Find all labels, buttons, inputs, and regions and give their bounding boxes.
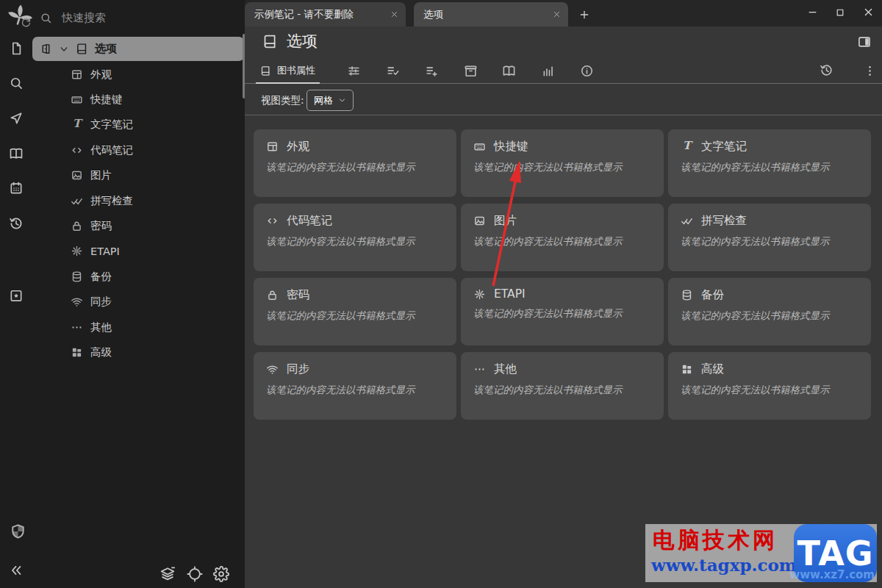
close-button[interactable] — [854, 0, 882, 24]
card-subtitle: 该笔记的内容无法以书籍格式显示 — [266, 161, 444, 174]
basic-properties-icon[interactable] — [347, 64, 361, 78]
view-type-select[interactable]: 网格 — [306, 90, 354, 111]
tab-options[interactable]: 选项 — [414, 2, 568, 26]
card-title: 拼写检查 — [701, 213, 747, 229]
card-title: 外观 — [287, 139, 309, 154]
tree-item-label: 同步 — [90, 295, 112, 309]
card-subtitle: 该笔记的内容无法以书籍格式显示 — [681, 235, 858, 248]
tree-item-images[interactable]: 图片 — [0, 163, 245, 188]
shield-icon[interactable] — [10, 523, 26, 540]
inherited-attributes-icon[interactable] — [425, 64, 439, 78]
card-etapi[interactable]: ETAPI该笔记的内容无法以书籍格式显示 — [461, 278, 664, 345]
ellipsis-icon — [71, 321, 83, 334]
card-sync[interactable]: 同步该笔记的内容无法以书籍格式显示 — [254, 352, 456, 420]
tab-title: 选项 — [423, 8, 553, 21]
tree-item-label: 代码笔记 — [90, 143, 133, 157]
card-title: 代码笔记 — [287, 213, 332, 229]
tree-item-password[interactable]: 密码 — [0, 213, 245, 238]
hoisted-note-title: 选项 — [95, 42, 117, 56]
grid-icon — [681, 363, 693, 376]
card-title: 同步 — [287, 362, 309, 377]
view-bar: 视图类型: 网格 — [245, 84, 882, 115]
target-icon[interactable] — [187, 566, 203, 582]
image-icon — [71, 169, 83, 182]
tab-book-properties[interactable]: 图书属性 — [256, 59, 320, 84]
tree-item-etapi[interactable]: ETAPI — [0, 239, 245, 264]
quick-search — [40, 7, 235, 28]
chevron-down-icon — [338, 96, 346, 104]
sync-status-icon[interactable] — [20, 17, 32, 29]
note-map-icon[interactable] — [502, 64, 516, 78]
gear-icon[interactable] — [213, 566, 229, 582]
card-text-notes[interactable]: T文字笔记该笔记的内容无法以书籍格式显示 — [668, 129, 871, 197]
card-images[interactable]: 图片该笔记的内容无法以书籍格式显示 — [461, 204, 664, 271]
new-tab-icon[interactable] — [578, 9, 590, 21]
database-icon — [71, 270, 83, 283]
tab-sample-notes[interactable]: 示例笔记 - 请不要删除 — [245, 2, 406, 26]
card-code-notes[interactable]: 代码笔记该笔记的内容无法以书籍格式显示 — [254, 204, 456, 271]
close-icon[interactable] — [553, 10, 561, 18]
owned-attributes-icon[interactable] — [386, 64, 400, 78]
tree-item-label: 文字笔记 — [90, 118, 133, 132]
card-subtitle: 该笔记的内容无法以书籍格式显示 — [473, 307, 651, 320]
lock-icon — [266, 289, 279, 301]
tree-item-text-notes[interactable]: T文字笔记 — [0, 112, 245, 137]
card-spellcheck[interactable]: 拼写检查该笔记的内容无法以书籍格式显示 — [668, 204, 871, 271]
tree-item-backup[interactable]: 备份 — [0, 264, 245, 289]
card-subtitle: 该笔记的内容无法以书籍格式显示 — [266, 235, 444, 248]
layers-icon[interactable] — [159, 566, 176, 582]
note-paths-icon[interactable] — [464, 64, 478, 78]
card-advanced[interactable]: 高级该笔记的内容无法以书籍格式显示 — [668, 352, 871, 420]
tree-item-appearance[interactable]: 外观 — [0, 62, 245, 87]
sparkle-icon — [71, 245, 83, 257]
new-note-icon[interactable] — [9, 41, 24, 56]
history-icon[interactable] — [820, 63, 833, 77]
tree-item-label: 快捷键 — [90, 93, 123, 107]
similar-notes-icon[interactable] — [541, 64, 555, 78]
watermark-ghost-url: www.xz7.com — [789, 568, 875, 581]
watermark-site-name: 电脑技术网 — [653, 526, 778, 556]
database-icon — [681, 289, 693, 301]
watermark: 电脑技术网 www.tagxp.com TAG www.xz7.com — [645, 524, 877, 582]
card-backup[interactable]: 备份该笔记的内容无法以书籍格式显示 — [668, 278, 871, 345]
hoisted-note-row[interactable]: 选项 — [32, 37, 244, 61]
italic-t-icon: T — [681, 140, 693, 153]
quick-search-input[interactable] — [60, 10, 210, 25]
note-title[interactable]: 选项 — [287, 31, 318, 51]
note-tree: 外观 快捷键 T文字笔记 代码笔记 图片 拼写检查 密码 ETAPI 备份 同步… — [0, 62, 245, 365]
card-password[interactable]: 密码该笔记的内容无法以书籍格式显示 — [254, 278, 456, 345]
tree-item-other[interactable]: 其他 — [0, 315, 245, 340]
right-pane-toggle-icon[interactable] — [857, 35, 872, 49]
lock-icon — [71, 220, 83, 232]
card-appearance[interactable]: 外观该笔记的内容无法以书籍格式显示 — [254, 129, 456, 197]
tree-item-shortcuts[interactable]: 快捷键 — [0, 87, 245, 112]
kebab-menu-icon[interactable] — [863, 64, 877, 78]
ribbon-tab-label: 图书属性 — [277, 64, 315, 77]
maximize-button[interactable] — [826, 0, 854, 24]
minimize-button[interactable] — [798, 0, 826, 24]
tab-bar: 示例笔记 - 请不要删除 选项 — [245, 0, 882, 26]
ribbon: 图书属性 — [245, 59, 882, 84]
search-icon — [40, 12, 52, 24]
card-other[interactable]: 其他该笔记的内容无法以书籍格式显示 — [461, 352, 664, 420]
close-icon[interactable] — [390, 10, 398, 18]
code-icon — [266, 215, 279, 227]
chevron-down-icon[interactable] — [59, 44, 69, 54]
tree-item-label: ETAPI — [90, 245, 120, 257]
card-title: 快捷键 — [494, 139, 528, 154]
tree-item-advanced[interactable]: 高级 — [0, 340, 245, 365]
tree-item-label: 备份 — [90, 270, 112, 284]
note-info-icon[interactable] — [580, 64, 594, 78]
tree-item-label: 其他 — [90, 320, 112, 334]
tree-item-sync[interactable]: 同步 — [0, 290, 245, 315]
collapse-tree-icon[interactable] — [8, 562, 24, 578]
card-subtitle: 该笔记的内容无法以书籍格式显示 — [473, 235, 651, 248]
tree-item-spellcheck[interactable]: 拼写检查 — [0, 188, 245, 213]
tree-item-code-notes[interactable]: 代码笔记 — [0, 137, 245, 162]
card-subtitle: 该笔记的内容无法以书籍格式显示 — [681, 309, 858, 323]
tree-item-label: 外观 — [90, 68, 112, 82]
card-shortcuts[interactable]: 快捷键该笔记的内容无法以书籍格式显示 — [461, 129, 664, 197]
card-title: 图片 — [494, 213, 517, 229]
door-open-icon[interactable] — [40, 43, 52, 55]
double-check-icon — [71, 195, 83, 207]
